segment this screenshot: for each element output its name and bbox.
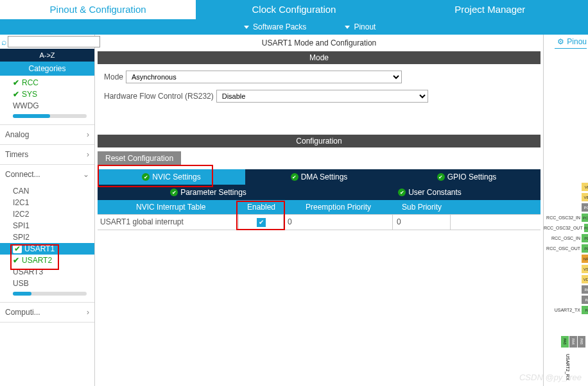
check-circle-icon: ✔	[170, 189, 178, 196]
reset-configuration-button[interactable]: Reset Configuration	[98, 151, 181, 165]
interrupt-name: USART1 global interrupt	[98, 215, 239, 230]
tab-dma-settings[interactable]: ✔DMA Settings	[245, 169, 393, 185]
tab-label: NVIC Settings	[152, 172, 200, 181]
enabled-checkbox[interactable]: ✔	[257, 218, 266, 227]
search-input[interactable]	[8, 36, 100, 47]
check-icon: ✔	[13, 90, 19, 99]
sidebar-item-spi2[interactable]: SPI2	[0, 231, 94, 243]
pin-signal: RCC_OSC_OUT	[546, 246, 580, 251]
col-enabled: Enabled	[239, 200, 284, 214]
watermark: CSDN @py_free	[519, 373, 582, 382]
categories-tab[interactable]: Categories	[0, 62, 94, 76]
category-connectivity[interactable]: Connect...⌄	[0, 165, 94, 184]
pin-pd1[interactable]: PD1-	[582, 244, 588, 253]
config-header: Configuration	[98, 135, 540, 147]
pin-vdda[interactable]: VDDA	[582, 275, 588, 283]
pin-pa4[interactable]: PA4	[569, 336, 577, 348]
mode-select[interactable]: Asynchronous	[126, 71, 402, 83]
pin-pa1[interactable]: PA1	[582, 296, 588, 304]
pin-vbat[interactable]: VBAT	[582, 193, 588, 201]
item-label: RCC	[22, 78, 39, 87]
item-label: USART2	[22, 256, 52, 265]
tab-gpio-settings[interactable]: ✔GPIO Settings	[393, 169, 540, 185]
chevron-right-icon: ›	[87, 308, 89, 317]
scroll-indicator	[13, 114, 87, 118]
pinout-text: Pinou	[567, 37, 587, 46]
preemption-value[interactable]: 0	[284, 215, 393, 230]
tab-label: Parameter Settings	[180, 188, 246, 197]
mode-header: Mode	[98, 51, 540, 64]
pin-pa2[interactable]: PA2	[582, 306, 588, 314]
sidebar-item-usart3[interactable]: USART3	[0, 266, 94, 278]
col-interrupt-table: NVIC Interrupt Table	[98, 200, 239, 214]
sidebar: ⌕ A->Z Categories ✔RCC ✔SYS WWDG Analog›…	[0, 35, 95, 386]
hw-flow-label: Hardware Flow Control (RS232)	[104, 92, 214, 101]
pin-pc14[interactable]: PC14..	[582, 214, 588, 222]
main-panel: USART1 Mode and Configuration Mode Mode …	[95, 35, 543, 386]
item-label: SYS	[22, 90, 37, 99]
nvic-row-usart1[interactable]: USART1 global interrupt ✔ 0 0	[98, 214, 540, 230]
pinout-dropdown[interactable]: Pinout	[345, 22, 376, 31]
pin-pa0[interactable]: PA0-	[582, 285, 588, 294]
hw-flow-select[interactable]: Disable	[216, 90, 428, 103]
col-preemption: Preemption Priority	[284, 200, 393, 214]
pin-nrst[interactable]: NRST	[582, 255, 588, 263]
tab-nvic-settings[interactable]: ✔NVIC Settings	[98, 169, 245, 185]
pinout-panel: ⚙Pinou VDD VBAT PC13 RCC_OSC32_INPC14.. …	[543, 35, 588, 386]
pin-pc13[interactable]: PC13	[582, 203, 588, 212]
col-subpriority: Sub Priority	[393, 200, 451, 214]
chevron-right-icon: ›	[87, 130, 89, 139]
tab-parameter-settings[interactable]: ✔Parameter Settings	[98, 185, 319, 200]
category-label: Connect...	[5, 170, 40, 179]
software-packs-dropdown[interactable]: Software Packs	[244, 22, 306, 31]
category-analog[interactable]: Analog›	[0, 125, 94, 144]
pin-pd0[interactable]: PD0-	[582, 234, 588, 242]
search-icon[interactable]: ⌕	[1, 37, 6, 47]
tab-user-constants[interactable]: ✔User Constants	[319, 185, 540, 200]
tab-label: User Constants	[408, 188, 462, 197]
chevron-down-icon: ⌄	[83, 170, 89, 179]
panel-title: USART1 Mode and Configuration	[98, 35, 540, 51]
sidebar-item-usart2[interactable]: ✔USART2	[0, 255, 94, 266]
sidebar-item-i2c1[interactable]: I2C1	[0, 197, 94, 208]
pinout-view-label[interactable]: ⚙Pinou	[557, 37, 587, 46]
pin-signal: RCC_OSC_IN	[551, 236, 580, 240]
subpriority-value[interactable]: 0	[393, 215, 451, 230]
sort-az-tab[interactable]: A->Z	[0, 49, 94, 62]
pin-pa5[interactable]: PA5	[578, 336, 585, 348]
sidebar-item-can[interactable]: CAN	[0, 185, 94, 197]
sidebar-item-wwdg[interactable]: WWDG	[0, 100, 94, 112]
sidebar-item-i2c2[interactable]: I2C2	[0, 208, 94, 220]
sidebar-item-usb[interactable]: USB	[0, 278, 94, 289]
tab-clock-config[interactable]: Clock Configuration	[196, 0, 392, 19]
category-label: Computi...	[5, 308, 40, 317]
pin-signal: USART2_TX	[555, 308, 580, 312]
check-circle-icon: ✔	[142, 173, 150, 181]
tab-pinout-config[interactable]: Pinout & Configuration	[0, 0, 196, 19]
item-label: USART1	[24, 244, 55, 253]
sidebar-item-rcc[interactable]: ✔RCC	[0, 77, 94, 88]
sidebar-item-sys[interactable]: ✔SYS	[0, 88, 94, 100]
sidebar-item-spi1[interactable]: SPI1	[0, 220, 94, 231]
check-icon: ✔	[13, 244, 22, 253]
chevron-right-icon: ›	[87, 150, 89, 159]
sidebar-item-usart1[interactable]: ✔USART1	[0, 243, 94, 255]
pin-signal: RCC_OSC32_OUT	[544, 226, 583, 230]
pin-pa3[interactable]: PA3	[561, 336, 569, 348]
check-icon: ✔	[13, 256, 19, 265]
pin-vssa[interactable]: VSSA	[582, 265, 588, 273]
item-label: WWDG	[13, 101, 39, 110]
category-computing[interactable]: Computi...›	[0, 303, 94, 322]
tab-project-manager[interactable]: Project Manager	[392, 0, 588, 19]
nvic-table-header: NVIC Interrupt Table Enabled Preemption …	[98, 200, 540, 214]
tab-label: GPIO Settings	[447, 172, 497, 181]
pin-pc15[interactable]: PC15..	[584, 224, 588, 232]
chevron-down-icon	[345, 26, 350, 29]
category-label: Timers	[5, 150, 28, 159]
pin-signal: RCC_OSC32_IN	[546, 215, 580, 220]
check-icon: ✔	[13, 78, 19, 87]
mode-label: Mode	[104, 72, 123, 81]
pin-vdd[interactable]: VDD	[582, 183, 588, 191]
category-timers[interactable]: Timers›	[0, 145, 94, 164]
category-label: Analog	[5, 130, 29, 139]
